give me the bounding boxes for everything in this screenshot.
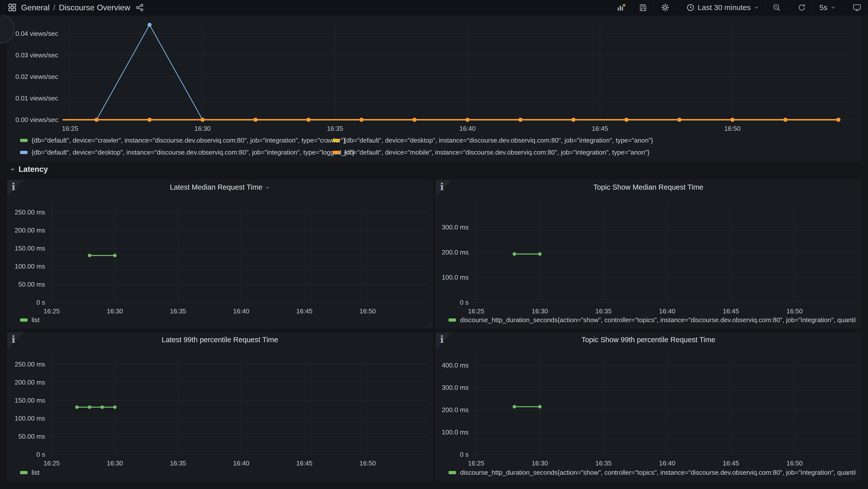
refresh-interval-picker[interactable]: 5s [813, 0, 842, 15]
svg-text:16:35: 16:35 [595, 307, 612, 315]
series-label[interactable]: {db="default", device="desktop", instanc… [32, 149, 354, 156]
svg-text:0.04 views/sec: 0.04 views/sec [15, 30, 58, 37]
svg-text:16:50: 16:50 [360, 307, 376, 315]
panel-legend: discourse_http_duration_seconds{action="… [448, 316, 856, 324]
series-swatch[interactable] [20, 471, 28, 474]
series-swatch[interactable] [333, 151, 340, 154]
panel-title[interactable]: Latest Median Request Time [7, 183, 432, 191]
svg-text:0.03 views/sec: 0.03 views/sec [15, 51, 58, 59]
panel-menu-caret-icon [265, 185, 270, 190]
series-label[interactable]: list [32, 469, 40, 477]
svg-text:16:30: 16:30 [532, 307, 548, 315]
svg-text:0 s: 0 s [460, 451, 469, 458]
latest-99th-panel: i Latest 99th percentile Request Time 16… [7, 332, 433, 481]
svg-text:100.00 ms: 100.00 ms [15, 415, 45, 422]
svg-text:0 s: 0 s [36, 299, 45, 306]
panel-title[interactable]: Topic Show 99th percentile Request Time [436, 336, 861, 344]
panel-legend: list [20, 316, 427, 324]
svg-text:16:45: 16:45 [723, 307, 739, 315]
latest-median-chart[interactable]: 16:2516:3016:3516:4016:4516:500 s50.00 m… [7, 180, 433, 317]
svg-text:200.0 ms: 200.0 ms [442, 406, 469, 414]
panel-legend: discourse_http_duration_seconds{action="… [448, 469, 856, 477]
topic-show-median-chart[interactable]: 16:2516:3016:3516:4016:4516:500 s100.0 m… [436, 180, 861, 317]
svg-text:16:45: 16:45 [297, 459, 313, 467]
series-label[interactable]: {db="default", device="desktop", instanc… [344, 136, 653, 144]
series-swatch[interactable] [20, 318, 28, 322]
series-swatch[interactable] [448, 471, 456, 474]
panel-info-icon[interactable]: i [7, 333, 24, 349]
svg-text:16:35: 16:35 [595, 459, 612, 467]
latest-median-panel: i Latest Median Request Time 16:2516:301… [7, 180, 433, 328]
breadcrumb-separator: / [53, 3, 55, 12]
save-dashboard-button[interactable] [632, 0, 654, 15]
breadcrumb-folder[interactable]: General [21, 3, 50, 12]
svg-text:16:40: 16:40 [233, 307, 249, 315]
legend-item: {db="default", device="crawler", instanc… [20, 136, 333, 144]
topic-show-median-panel: i Topic Show Median Request Time 16:2516… [436, 180, 861, 328]
legend-item: {db="default", device="desktop", instanc… [20, 149, 333, 156]
refresh-button[interactable] [791, 0, 813, 15]
svg-text:16:50: 16:50 [360, 459, 376, 467]
series-swatch[interactable] [20, 139, 28, 142]
latency-section-header[interactable]: Latency [9, 165, 48, 174]
page-views-chart[interactable]: 16:2516:3016:3516:4016:4516:500.00 views… [7, 17, 861, 134]
legend-item: {db="default", device="mobile", instance… [333, 149, 856, 156]
add-panel-button[interactable] [610, 0, 632, 15]
time-range-picker[interactable]: Last 30 minutes [680, 0, 766, 15]
svg-text:16:25: 16:25 [62, 125, 78, 132]
dashboard-settings-button[interactable] [654, 0, 676, 15]
svg-text:16:50: 16:50 [786, 307, 803, 315]
svg-text:16:40: 16:40 [233, 459, 249, 467]
svg-text:16:50: 16:50 [786, 459, 803, 467]
zoom-out-time-button[interactable] [766, 0, 787, 15]
svg-text:16:35: 16:35 [170, 307, 186, 315]
series-label[interactable]: {db="default", device="mobile", instance… [344, 149, 650, 156]
svg-text:16:25: 16:25 [468, 459, 485, 467]
kiosk-mode-button[interactable] [846, 0, 868, 15]
chevron-down-icon [754, 5, 759, 10]
svg-text:16:35: 16:35 [327, 125, 343, 132]
add-panel-icon [617, 3, 625, 12]
panel-info-icon[interactable]: i [436, 180, 452, 196]
panel-title[interactable]: Topic Show Median Request Time [436, 183, 861, 191]
panel-resize-handle[interactable] [427, 322, 432, 327]
svg-text:16:30: 16:30 [107, 459, 123, 467]
svg-text:16:50: 16:50 [724, 125, 741, 132]
svg-text:16:35: 16:35 [170, 459, 186, 467]
svg-text:0.00 views/sec: 0.00 views/sec [15, 116, 58, 124]
grafana-dashboard: General / Discourse Overview [0, 0, 868, 489]
series-swatch[interactable] [333, 139, 340, 142]
svg-text:16:40: 16:40 [659, 307, 676, 315]
chevron-down-icon [9, 166, 16, 172]
breadcrumb-title[interactable]: Discourse Overview [59, 3, 130, 12]
series-label[interactable]: {db="default", device="crawler", instanc… [32, 136, 345, 144]
svg-text:16:45: 16:45 [723, 459, 739, 467]
apps-grid-icon[interactable] [7, 3, 17, 12]
svg-text:100.0 ms: 100.0 ms [442, 428, 469, 436]
svg-text:0.02 views/sec: 0.02 views/sec [15, 73, 58, 80]
series-swatch[interactable] [20, 151, 28, 154]
panel-legend: list [20, 469, 427, 477]
series-label[interactable]: discourse_http_duration_seconds{action="… [460, 469, 856, 477]
svg-text:300.0 ms: 300.0 ms [442, 384, 469, 391]
svg-text:150.00 ms: 150.00 ms [15, 397, 45, 404]
svg-text:150.00 ms: 150.00 ms [15, 244, 45, 252]
svg-text:300.0 ms: 300.0 ms [442, 224, 469, 231]
series-swatch[interactable] [448, 318, 456, 322]
panel-title[interactable]: Latest 99th percentile Request Time [7, 336, 432, 344]
page-views-panel: 16:2516:3016:3516:4016:4516:500.00 views… [7, 17, 861, 162]
svg-text:16:30: 16:30 [532, 459, 548, 467]
svg-text:0.01 views/sec: 0.01 views/sec [15, 94, 58, 102]
share-icon[interactable] [136, 3, 144, 12]
latest-99th-chart[interactable]: 16:2516:3016:3516:4016:4516:500 s50.00 m… [7, 333, 433, 469]
panel-info-icon[interactable]: i [7, 180, 24, 196]
zoom-out-icon [773, 3, 781, 12]
topic-show-99th-chart[interactable]: 16:2516:3016:3516:4016:4516:500 s100.0 m… [436, 333, 861, 469]
breadcrumb: General / Discourse Overview [21, 3, 130, 12]
panel-info-icon[interactable]: i [436, 333, 452, 349]
series-label[interactable]: discourse_http_duration_seconds{action="… [460, 316, 856, 324]
svg-text:16:40: 16:40 [659, 459, 676, 467]
svg-text:16:45: 16:45 [592, 125, 608, 132]
nav-actions: Last 30 minutes [610, 0, 868, 15]
series-label[interactable]: list [32, 316, 40, 324]
